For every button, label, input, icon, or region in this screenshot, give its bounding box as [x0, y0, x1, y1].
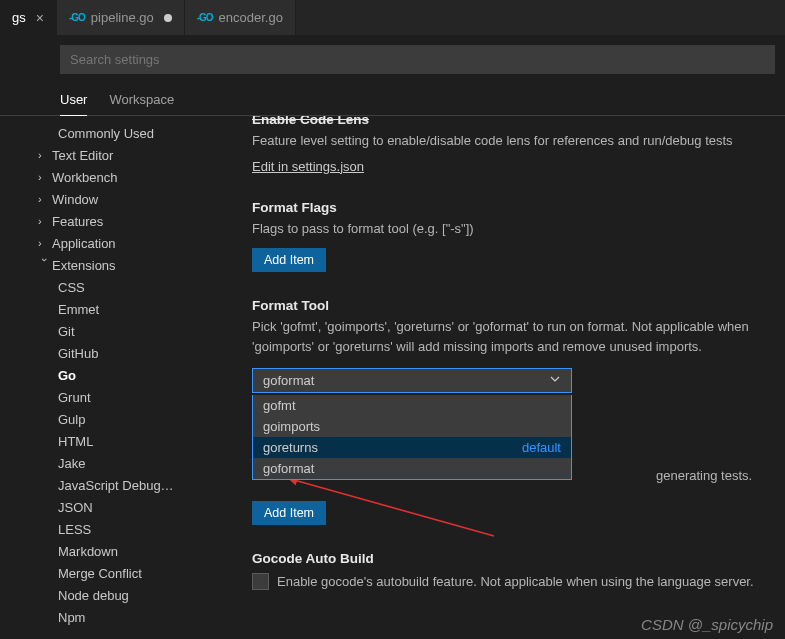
sidebar-item-css[interactable]: CSS [0, 276, 228, 298]
tab-pipeline-label: pipeline.go [91, 10, 154, 25]
setting-format-flags: Format Flags Flags to pass to format too… [252, 200, 775, 273]
setting-format-tool: Format Tool Pick 'gofmt', 'goimports', '… [252, 298, 775, 525]
option-gofmt[interactable]: gofmt [253, 395, 571, 416]
sidebar-item-json[interactable]: JSON [0, 496, 228, 518]
format-tool-select[interactable]: goformat gofmt goimports goreturnsdefaul… [252, 368, 572, 393]
truncated-text: generating tests. [656, 468, 752, 483]
setting-gocode-autobuild: Gocode Auto Build Enable gocode's autobu… [252, 551, 775, 592]
settings-content: Enable Code Lens Feature level setting t… [228, 116, 785, 635]
add-item-button[interactable]: Add Item [252, 248, 326, 272]
checkbox-row[interactable]: Enable gocode's autobuild feature. Not a… [252, 572, 769, 592]
sidebar-item-github[interactable]: GitHub [0, 342, 228, 364]
sidebar-item-label: Text Editor [52, 148, 113, 163]
sidebar-item-markdown[interactable]: Markdown [0, 540, 228, 562]
go-file-icon: -GO [69, 12, 85, 23]
sidebar-item-merge[interactable]: Merge Conflict [0, 562, 228, 584]
tab-pipeline[interactable]: -GO pipeline.go [57, 0, 185, 35]
setting-description: Pick 'gofmt', 'goimports', 'goreturns' o… [252, 317, 769, 356]
tab-encoder[interactable]: -GO encoder.go [185, 0, 296, 35]
option-label: goreturns [263, 440, 318, 455]
select-dropdown: gofmt goimports goreturnsdefault goforma… [252, 395, 572, 480]
sidebar-item-label: Application [52, 236, 116, 251]
sidebar-item-less[interactable]: LESS [0, 518, 228, 540]
sidebar-item-html[interactable]: HTML [0, 430, 228, 452]
chevron-right-icon: › [38, 149, 52, 161]
chevron-down-icon: › [39, 258, 51, 272]
sidebar-item-jsdebug[interactable]: JavaScript Debug… [0, 474, 228, 496]
sidebar-item-label: Window [52, 192, 98, 207]
sidebar-item-jake[interactable]: Jake [0, 452, 228, 474]
settings-search-wrap [0, 35, 785, 84]
sidebar-application[interactable]: ›Application [0, 232, 228, 254]
sidebar-item-emmet[interactable]: Emmet [0, 298, 228, 320]
watermark: CSDN @_spicychip [641, 616, 773, 633]
option-label: goformat [263, 461, 314, 476]
setting-description: Enable gocode's autobuild feature. Not a… [277, 572, 754, 592]
unsaved-dot-icon [164, 14, 172, 22]
default-badge: default [522, 440, 561, 455]
sidebar-window[interactable]: ›Window [0, 188, 228, 210]
editor-tabs-bar: gs × -GO pipeline.go -GO encoder.go [0, 0, 785, 35]
sidebar-commonly-used[interactable]: Commonly Used [0, 122, 228, 144]
close-icon[interactable]: × [36, 10, 44, 26]
setting-title: Enable Code Lens [252, 116, 769, 127]
option-goformat[interactable]: goformat [253, 458, 571, 479]
sidebar-item-go[interactable]: Go [0, 364, 228, 386]
sidebar-item-label: Extensions [52, 258, 116, 273]
setting-description: Flags to pass to format tool (e.g. ["-s"… [252, 219, 769, 239]
checkbox[interactable] [252, 573, 269, 590]
chevron-right-icon: › [38, 215, 52, 227]
setting-title: Format Tool [252, 298, 769, 313]
sidebar-extensions[interactable]: ›Extensions [0, 254, 228, 276]
sidebar-item-label: Workbench [52, 170, 118, 185]
sidebar-features[interactable]: ›Features [0, 210, 228, 232]
chevron-right-icon: › [38, 171, 52, 183]
option-label: gofmt [263, 398, 296, 413]
tab-encoder-label: encoder.go [219, 10, 283, 25]
option-label: goimports [263, 419, 320, 434]
chevron-down-icon [549, 373, 561, 388]
add-item-button[interactable]: Add Item [252, 501, 326, 525]
sidebar-item-npm[interactable]: Npm [0, 606, 228, 628]
go-file-icon: -GO [197, 12, 213, 23]
setting-title: Gocode Auto Build [252, 551, 769, 566]
setting-description: Feature level setting to enable/disable … [252, 131, 769, 151]
setting-enable-code-lens: Enable Code Lens Feature level setting t… [252, 116, 775, 174]
sidebar-item-nodedebug[interactable]: Node debug [0, 584, 228, 606]
settings-sidebar[interactable]: Commonly Used ›Text Editor ›Workbench ›W… [0, 116, 228, 635]
tab-settings[interactable]: gs × [0, 0, 57, 35]
select-box[interactable]: goformat [252, 368, 572, 393]
chevron-right-icon: › [38, 193, 52, 205]
select-value: goformat [263, 373, 314, 388]
edit-settings-json-link[interactable]: Edit in settings.json [252, 159, 364, 174]
scope-tab-workspace[interactable]: Workspace [109, 92, 174, 115]
option-goreturns[interactable]: goreturnsdefault [253, 437, 571, 458]
sidebar-item-label: Features [52, 214, 103, 229]
sidebar-text-editor[interactable]: ›Text Editor [0, 144, 228, 166]
sidebar-item-gulp[interactable]: Gulp [0, 408, 228, 430]
sidebar-workbench[interactable]: ›Workbench [0, 166, 228, 188]
search-input[interactable] [60, 45, 775, 74]
sidebar-item-git[interactable]: Git [0, 320, 228, 342]
sidebar-item-grunt[interactable]: Grunt [0, 386, 228, 408]
setting-title: Format Flags [252, 200, 769, 215]
chevron-right-icon: › [38, 237, 52, 249]
settings-scope-tabs: User Workspace [0, 84, 785, 116]
tab-settings-label: gs [12, 10, 26, 25]
scope-tab-user[interactable]: User [60, 92, 87, 116]
option-goimports[interactable]: goimports [253, 416, 571, 437]
